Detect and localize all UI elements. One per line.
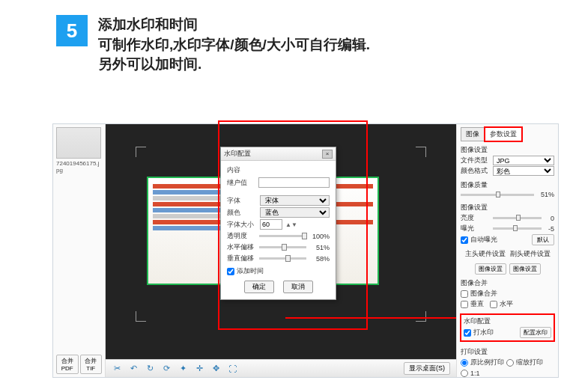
vertical-label: 垂直 bbox=[470, 299, 484, 309]
hoffset-slider[interactable] bbox=[259, 246, 306, 248]
quality-label: 图像质量 bbox=[461, 180, 554, 190]
app-window: 724019456175.jpg 合并PDF 合并TIF bbox=[52, 123, 559, 378]
font-size-input[interactable] bbox=[260, 219, 282, 230]
default-button[interactable]: 默认 bbox=[532, 234, 554, 245]
stepper-icon[interactable]: ▲▼ bbox=[285, 221, 297, 228]
move-icon[interactable]: ✥ bbox=[210, 364, 221, 374]
img-merge-label: 图像合并 bbox=[461, 278, 554, 288]
show-desktop-button[interactable]: 显示桌面(S) bbox=[404, 362, 450, 375]
color-mode-select[interactable]: 彩色 bbox=[493, 166, 554, 176]
header-line3: 另外可以加时间. bbox=[98, 55, 370, 75]
merge-tif-button[interactable]: 合并TIF bbox=[80, 355, 103, 374]
crop-corner-icon bbox=[416, 311, 426, 322]
add-time-label: 添加时间 bbox=[237, 266, 264, 276]
wm-config-button[interactable]: 配置水印 bbox=[520, 327, 551, 338]
exposure-value: -5 bbox=[544, 225, 554, 233]
voffset-slider[interactable] bbox=[259, 257, 306, 260]
auto-exposure-label: 自动曝光 bbox=[470, 235, 497, 245]
size-label: 字体大小 bbox=[227, 220, 257, 230]
rotate-left-icon[interactable]: ↶ bbox=[128, 364, 139, 374]
thumbnail-column: 724019456175.jpg 合并PDF 合并TIF bbox=[53, 124, 106, 377]
color-mode-label: 颜色格式 bbox=[461, 166, 491, 176]
file-type-label: 文件类型 bbox=[461, 156, 491, 165]
img-set-button-1[interactable]: 图像设置 bbox=[475, 263, 506, 275]
crop-icon[interactable]: ✂ bbox=[112, 364, 122, 374]
print-scale-radio[interactable] bbox=[506, 359, 514, 367]
hoffset-label: 水平偏移 bbox=[227, 242, 257, 252]
horizontal-checkbox[interactable] bbox=[490, 301, 497, 308]
step-badge: 5 bbox=[56, 15, 88, 46]
font-select[interactable]: 宋体 bbox=[260, 195, 330, 206]
vertical-checkbox[interactable] bbox=[461, 301, 468, 308]
watermark-config-group: 水印配置 打水印 配置水印 bbox=[460, 313, 555, 342]
merge-label: 图像合并 bbox=[470, 289, 497, 298]
color-label: 颜色 bbox=[227, 208, 257, 218]
header-line2: 可制作水印,水印字体/颜色/大小可自行编辑. bbox=[98, 35, 370, 55]
quality-value: 51% bbox=[536, 191, 554, 198]
fit-icon[interactable]: ⛶ bbox=[227, 364, 237, 374]
highlight-line bbox=[285, 317, 456, 319]
refresh-icon[interactable]: ⟳ bbox=[161, 364, 172, 374]
brightness-slider[interactable] bbox=[493, 217, 542, 219]
print-settings-label: 打印设置 bbox=[461, 347, 554, 357]
color-select[interactable]: 蓝色 bbox=[260, 207, 330, 218]
horizontal-label: 水平 bbox=[500, 299, 513, 309]
print-ratio-label: 原比例打印 bbox=[470, 358, 504, 367]
header-title: 添加水印和时间 bbox=[98, 15, 370, 35]
img-set-button-2[interactable]: 图像设置 bbox=[509, 263, 541, 275]
thumbnail-image[interactable] bbox=[56, 127, 101, 159]
tab-params[interactable]: 参数设置 bbox=[485, 127, 522, 141]
quality-slider[interactable] bbox=[461, 194, 534, 196]
opacity-label: 透明度 bbox=[227, 231, 257, 241]
brightness-value: 0 bbox=[544, 215, 554, 222]
preview-column: 水印配置 × 内容 继户值 字体 宋体 bbox=[106, 124, 456, 377]
crop-corner-icon bbox=[136, 311, 146, 322]
print-scale-label: 缩放打印 bbox=[516, 358, 543, 367]
add-time-checkbox[interactable] bbox=[227, 268, 234, 275]
brightness-label: 亮度 bbox=[461, 213, 491, 223]
toolbar: ✂ ↶ ↻ ⟳ ✦ ✛ ✥ ⛶ 显示桌面(S) bbox=[106, 359, 456, 377]
wand-icon[interactable]: ✦ bbox=[178, 364, 188, 374]
header-text: 添加水印和时间 可制作水印,水印字体/颜色/大小可自行编辑. 另外可以加时间. bbox=[98, 15, 370, 75]
font-label: 字体 bbox=[227, 196, 257, 206]
watermark-text-input[interactable] bbox=[258, 177, 330, 188]
main-hw-label: 主头硬件设置 bbox=[465, 249, 506, 259]
side-panel: 图像 参数设置 图像设置 文件类型 JPG 颜色格式 彩色 图像质量 51% bbox=[456, 124, 558, 377]
opacity-slider[interactable] bbox=[259, 235, 306, 237]
voffset-label: 垂直偏移 bbox=[227, 254, 257, 263]
cancel-button[interactable]: 取消 bbox=[283, 281, 313, 293]
rotate-right-icon[interactable]: ↻ bbox=[145, 364, 155, 374]
watermark-dialog: 水印配置 × 内容 继户值 字体 宋体 bbox=[220, 147, 336, 300]
merge-pdf-button[interactable]: 合并PDF bbox=[56, 355, 79, 374]
wm-enable-checkbox[interactable] bbox=[464, 329, 471, 337]
wm-enable-label: 打水印 bbox=[473, 328, 494, 337]
crop-corner-icon bbox=[136, 147, 146, 157]
wm-config-label: 水印配置 bbox=[464, 316, 551, 326]
exposure-slider[interactable] bbox=[493, 227, 542, 230]
content-section-label: 内容 bbox=[227, 165, 330, 175]
voffset-value: 58% bbox=[309, 255, 330, 263]
img-settings2-label: 图像设置 bbox=[461, 203, 554, 212]
thumbnail-filename: 724019456175.jpg bbox=[56, 160, 102, 174]
crosshair-icon[interactable]: ✛ bbox=[194, 364, 204, 374]
ok-button[interactable]: 确定 bbox=[244, 281, 274, 293]
preview-stage[interactable]: 水印配置 × 内容 继户值 字体 宋体 bbox=[106, 124, 456, 359]
opacity-value: 100% bbox=[309, 233, 330, 240]
item-label: 继户值 bbox=[227, 178, 255, 188]
print-ratio-radio[interactable] bbox=[461, 359, 468, 367]
crop-corner-icon bbox=[416, 147, 426, 157]
exposure-label: 曝光 bbox=[461, 224, 491, 233]
file-type-select[interactable]: JPG bbox=[493, 156, 554, 165]
print-11-label: 1:1 bbox=[470, 370, 480, 377]
print-11-radio[interactable] bbox=[461, 370, 468, 377]
img-settings-label: 图像设置 bbox=[461, 145, 554, 155]
merge-checkbox[interactable] bbox=[461, 290, 468, 298]
sub-hw-label: 副头硬件设置 bbox=[510, 249, 551, 259]
close-icon[interactable]: × bbox=[322, 150, 333, 159]
tab-image[interactable]: 图像 bbox=[461, 127, 485, 141]
dialog-title: 水印配置 bbox=[224, 149, 251, 159]
auto-exposure-checkbox[interactable] bbox=[461, 236, 468, 244]
hoffset-value: 51% bbox=[309, 244, 330, 251]
